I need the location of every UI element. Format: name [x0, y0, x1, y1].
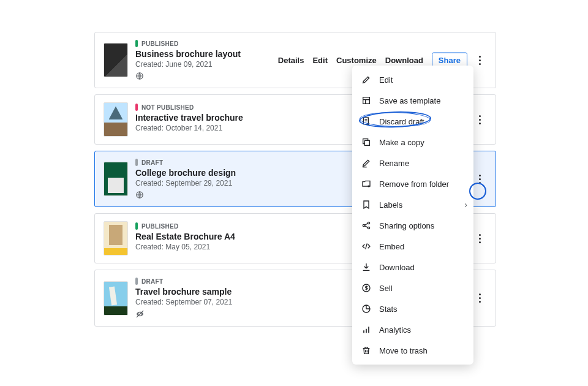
thumbnail[interactable]: ITALY	[104, 281, 128, 316]
status-indicator	[135, 222, 138, 230]
rename-icon	[361, 157, 372, 168]
details-link[interactable]: Details	[278, 56, 304, 65]
thumbnail[interactable]	[104, 43, 128, 77]
menu-item-sharing[interactable]: Sharing options	[352, 215, 473, 236]
edit-icon	[361, 74, 372, 85]
menu-item-sell[interactable]: Sell	[352, 278, 473, 298]
status-label: DRAFT	[141, 278, 163, 285]
item-created-date: Created: September 07, 2021	[135, 298, 232, 306]
copy-icon	[361, 137, 372, 148]
discard-icon	[361, 116, 372, 127]
menu-label: Sharing options	[379, 221, 434, 230]
menu-label: Analytics	[379, 325, 411, 335]
hidden-icon	[135, 309, 232, 319]
edit-link[interactable]: Edit	[312, 56, 328, 65]
item-created-date: Created: September 29, 2021	[135, 179, 236, 187]
item-created-date: Created: October 14, 2021	[135, 124, 243, 132]
item-title[interactable]: Interactive travel brochure	[135, 113, 243, 123]
more-actions-button[interactable]	[472, 291, 487, 306]
menu-label: Stats	[379, 305, 398, 314]
context-menu: Edit Save as template Discard draft Make…	[352, 66, 473, 365]
status-label: PUBLISHED	[141, 223, 178, 230]
globe-icon	[135, 72, 241, 80]
menu-item-analytics[interactable]: Analytics	[352, 319, 473, 340]
status-indicator	[135, 159, 138, 166]
chevron-right-icon: ›	[464, 200, 467, 210]
svg-rect-9	[364, 140, 369, 145]
more-actions-button[interactable]	[472, 53, 487, 67]
download-link[interactable]: Download	[385, 56, 423, 65]
item-title[interactable]: College brochure design	[135, 168, 236, 178]
item-title[interactable]: Business brochure layout	[135, 49, 241, 59]
sharing-icon	[361, 220, 372, 231]
menu-label: Edit	[379, 75, 393, 85]
item-created-date: Created: June 09, 2021	[135, 60, 241, 69]
thumbnail[interactable]	[104, 102, 128, 137]
globe-icon	[135, 191, 236, 199]
status-label: PUBLISHED	[141, 40, 178, 47]
menu-item-embed[interactable]: Embed	[352, 236, 473, 257]
menu-label: Make a copy	[379, 138, 424, 147]
analytics-icon	[361, 324, 372, 335]
thumbnail[interactable]	[104, 221, 128, 255]
status-indicator	[135, 278, 138, 285]
svg-line-15	[364, 226, 368, 228]
status-label: NOT PUBLISHED	[141, 104, 194, 111]
menu-item-stats[interactable]: Stats	[352, 298, 473, 319]
menu-item-save-template[interactable]: Save as template	[352, 90, 473, 111]
template-icon	[361, 95, 372, 106]
menu-label: Download	[379, 263, 415, 272]
more-actions-button[interactable]	[472, 231, 487, 246]
svg-line-14	[364, 224, 368, 225]
item-title[interactable]: Travel brochure sample	[135, 287, 232, 297]
labels-icon	[361, 199, 372, 210]
status-label: DRAFT	[141, 159, 163, 166]
menu-label: Remove from folder	[379, 180, 449, 189]
menu-label: Labels	[379, 200, 402, 210]
menu-label: Embed	[379, 242, 404, 251]
sell-icon	[361, 282, 372, 293]
more-actions-button[interactable]	[472, 112, 487, 127]
stats-icon	[361, 303, 372, 314]
menu-item-remove-folder[interactable]: Remove from folder	[352, 173, 473, 194]
status-indicator	[135, 104, 138, 111]
remove-folder-icon	[361, 178, 372, 189]
menu-label: Move to trash	[379, 346, 428, 355]
download-icon	[361, 262, 372, 273]
thumbnail[interactable]	[104, 162, 128, 196]
menu-item-labels[interactable]: Labels ›	[352, 194, 473, 215]
svg-rect-3	[363, 97, 370, 104]
menu-label: Sell	[379, 284, 393, 293]
menu-item-discard-draft[interactable]: Discard draft	[352, 111, 473, 132]
customize-link[interactable]: Customize	[336, 56, 377, 65]
item-created-date: Created: May 05, 2021	[135, 243, 235, 251]
menu-label: Rename	[379, 159, 409, 168]
menu-label: Discard draft	[379, 117, 424, 126]
status-indicator	[135, 40, 138, 47]
trash-icon	[361, 345, 372, 356]
more-actions-button[interactable]	[472, 172, 487, 186]
menu-label: Save as template	[379, 96, 440, 105]
item-title[interactable]: Real Estate Brochure A4	[135, 232, 235, 241]
menu-item-download[interactable]: Download	[352, 257, 473, 278]
embed-icon	[361, 241, 372, 252]
menu-item-rename[interactable]: Rename	[352, 153, 473, 173]
menu-item-trash[interactable]: Move to trash	[352, 340, 473, 361]
menu-item-edit[interactable]: Edit	[352, 69, 473, 90]
menu-item-make-copy[interactable]: Make a copy	[352, 132, 473, 153]
